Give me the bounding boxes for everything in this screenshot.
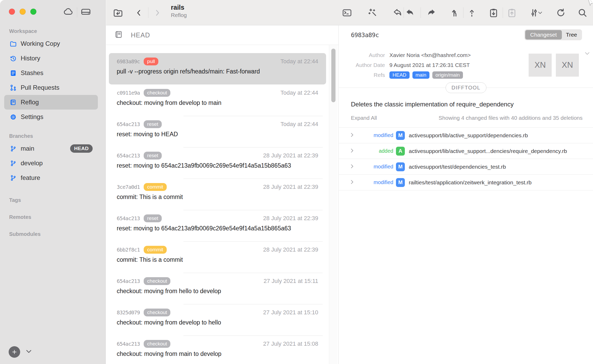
reflog-entry[interactable]: 654ac213 reset 28 July 2021 at 22:39 res…: [109, 210, 326, 241]
section-title-tags[interactable]: Tags: [9, 197, 105, 203]
file-status-badge: M: [396, 178, 405, 187]
undo-filled-icon[interactable]: [402, 0, 417, 25]
author-label: Author: [350, 52, 385, 58]
window-controls: [9, 9, 36, 15]
book-icon: [114, 30, 124, 40]
add-repository-button[interactable]: [9, 346, 20, 358]
magic-wand-icon[interactable]: [365, 0, 380, 25]
stash-note-icon: [9, 69, 17, 77]
file-row[interactable]: modified M railties/test/application/zei…: [339, 175, 593, 190]
reflog-entry[interactable]: 3ce7a0d1 commit 28 July 2021 at 22:39 co…: [109, 179, 326, 210]
rebase-dashed-up-icon[interactable]: [465, 0, 479, 25]
sidebar-branch-develop[interactable]: develop: [4, 156, 98, 170]
folder-icon: [9, 40, 17, 48]
reflog-entry[interactable]: 654ac213 checkout 27 July 2021 at 15:11 …: [109, 273, 326, 304]
file-row[interactable]: added A activesupport/lib/active_support…: [339, 143, 593, 159]
add-menu-chevron-icon[interactable]: [26, 350, 32, 354]
reflog-entry[interactable]: 654ac213 reset 28 July 2021 at 22:39 res…: [109, 147, 326, 179]
terminal-icon[interactable]: [340, 0, 354, 25]
section-title-branches: Branches: [9, 133, 105, 139]
section-title-submodules[interactable]: Submodules: [9, 231, 105, 237]
drive-icon[interactable]: [80, 6, 91, 18]
difftool-button[interactable]: DIFFTOOL: [445, 82, 486, 93]
reflog-entry[interactable]: 6bb2f8c1 commit 28 July 2021 at 22:39 co…: [109, 241, 326, 273]
entry-message: commit: This is a commit: [117, 194, 318, 201]
commit-hash: 654ac213: [117, 341, 140, 347]
zoom-window-button[interactable]: [30, 9, 36, 15]
sidebar-item-settings[interactable]: Settings: [4, 110, 98, 124]
entry-date: 27 July 2021 at 15:11: [264, 278, 318, 285]
sidebar-item-pull-requests[interactable]: Pull Requests: [4, 80, 98, 95]
pull-request-icon: [9, 84, 17, 92]
commit-hash: 654ac213: [117, 215, 140, 221]
avatar-disclosure-chevron-icon[interactable]: [584, 52, 590, 57]
options-chevron-icon[interactable]: [536, 0, 544, 25]
chevron-right-icon[interactable]: [349, 132, 356, 139]
cloud-icon[interactable]: [63, 6, 74, 18]
file-status-badge: A: [396, 147, 405, 156]
reflog-action-badge: reset: [144, 152, 161, 160]
reflog-action-badge: checkout: [144, 309, 170, 316]
entry-date: 28 July 2021 at 22:39: [263, 184, 318, 190]
expand-all-button[interactable]: Expand All: [351, 115, 377, 121]
reflog-entry[interactable]: 8325d079 checkout 27 July 2021 at 15:10 …: [109, 304, 326, 335]
file-status-badge: M: [396, 162, 405, 171]
commit-detail-panel: 6983a89c Changeset Tree Author Xavier No…: [339, 25, 593, 364]
sidebar-item-stashes[interactable]: Stashes: [4, 66, 98, 80]
reflog-action-badge: commit: [144, 246, 166, 254]
reflog-ref-title: HEAD: [131, 31, 150, 39]
toolbar: rails Reflog: [106, 0, 593, 25]
tab-changeset[interactable]: Changeset: [525, 30, 562, 39]
file-row[interactable]: modified M activesupport/lib/active_supp…: [339, 128, 593, 143]
file-row[interactable]: modified M activesupport/test/dependenci…: [339, 159, 593, 175]
sidebar-top-divider: [77, 7, 77, 17]
commit-message: Deletes the classic implementation of re…: [351, 101, 514, 108]
chevron-right-icon[interactable]: [349, 179, 356, 186]
reflog-entry[interactable]: 6983a89c pull Today at 22:44 pull -v --p…: [109, 53, 326, 84]
stash-apply-icon[interactable]: [505, 0, 519, 25]
reflog-entry[interactable]: 654ac213 reset Today at 22:44 reset: mov…: [109, 116, 326, 147]
entry-message: commit: This is a commit: [117, 256, 318, 263]
section-title-remotes[interactable]: Remotes: [9, 214, 105, 220]
close-window-button[interactable]: [9, 9, 15, 15]
back-button[interactable]: [132, 0, 146, 25]
entry-date: 28 July 2021 at 22:39: [263, 152, 318, 159]
sidebar-branch-feature[interactable]: feature: [4, 170, 98, 185]
refresh-icon[interactable]: [553, 0, 568, 25]
branch-label: feature: [21, 174, 40, 181]
chevron-right-icon[interactable]: [349, 164, 356, 170]
redo-filled-icon[interactable]: [424, 0, 439, 25]
scrollbar-track[interactable]: [329, 45, 338, 364]
open-working-copy-icon[interactable]: [111, 0, 125, 25]
sidebar-item-working-copy[interactable]: Working Copy: [4, 36, 98, 51]
toolbar-divider: [421, 7, 421, 18]
forward-button[interactable]: [150, 0, 165, 25]
entry-message: reset: moving to HEAD: [117, 131, 318, 138]
minimize-window-button[interactable]: [20, 9, 26, 15]
file-path: activesupport/lib/active_support/depende…: [409, 132, 528, 139]
sidebar-item-reflog[interactable]: Reflog: [4, 95, 98, 110]
author-date-value: 9 August 2021 at 17:26:31 CEST: [389, 62, 470, 68]
ref-badge: HEAD: [389, 71, 410, 79]
sidebar-branch-main[interactable]: main HEAD: [4, 141, 98, 156]
changed-files-list: modified M activesupport/lib/active_supp…: [339, 127, 593, 190]
merge-up-icon[interactable]: [447, 0, 462, 25]
commit-hash: 3ce7a0d1: [117, 184, 140, 190]
entry-date: Today at 22:44: [281, 58, 318, 65]
sidebar-item-label: Pull Requests: [21, 84, 59, 91]
chevron-right-icon[interactable]: [349, 148, 356, 154]
scrollbar-thumb[interactable]: [331, 49, 335, 102]
branch-icon: [9, 160, 17, 167]
reflog-entry[interactable]: 654ac213 checkout 27 July 2021 at 15:08 …: [109, 335, 326, 364]
sidebar-item-history[interactable]: History: [4, 51, 98, 66]
reflog-entry[interactable]: c0911e9a checkout Today at 22:44 checkou…: [109, 84, 326, 116]
tab-tree[interactable]: Tree: [562, 30, 581, 39]
sidebar-item-label: Working Copy: [21, 40, 60, 47]
history-clock-icon: [9, 55, 17, 62]
file-status: modified: [356, 164, 393, 170]
stash-save-icon[interactable]: [486, 0, 501, 25]
entry-date: 27 July 2021 at 15:08: [263, 340, 318, 347]
app-window: Workspace Working Copy History Stashes: [0, 0, 593, 364]
branch-icon: [9, 145, 17, 152]
entry-date: 28 July 2021 at 22:39: [263, 246, 318, 253]
